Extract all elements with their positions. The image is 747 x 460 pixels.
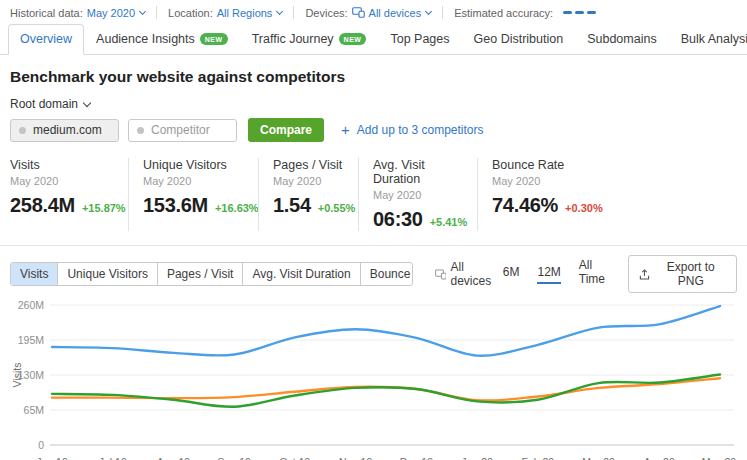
filter-bar: Historical data: May 2020 Location: All … [0,0,747,23]
devices-icon [352,7,365,18]
metric-value: 258.4M [10,194,75,217]
metric-value: 153.6M [143,194,208,217]
chart-toolbar: Visits Unique Visitors Pages / Visit Avg… [10,255,737,293]
svg-text:65M: 65M [24,404,44,416]
location-label: Location: [168,7,213,19]
chevron-down-icon [425,8,432,15]
svg-text:Feb 20: Feb 20 [521,456,554,460]
new-badge: NEW [200,33,228,45]
range-12m[interactable]: 12M [537,265,560,284]
svg-text:Visits: Visits [11,363,23,388]
domain-input[interactable]: medium.com [10,119,119,142]
metric-segmented-control: Visits Unique Visitors Pages / Visit Avg… [10,262,413,286]
tab-subdomains[interactable]: Subdomains [575,24,669,55]
competitor-input[interactable]: Competitor [128,119,237,142]
bullet-icon [19,127,26,134]
devices-icon [435,269,447,280]
bullet-icon [137,127,144,134]
compare-button[interactable]: Compare [248,118,324,142]
svg-text:195M: 195M [18,334,44,346]
metric-bounce-rate: Bounce Rate May 2020 74.46%+0.30% [477,158,617,231]
metric-visits: Visits May 2020 258.4M+15.87% [10,158,128,231]
chevron-down-icon [276,8,283,15]
svg-text:Apr 20: Apr 20 [644,456,675,460]
divider [156,6,157,19]
chevron-down-icon [83,98,91,106]
metric-avg-visit-duration: Avg. Visit Duration May 2020 06:30+5.41% [358,158,477,231]
metric-value: 06:30 [373,208,423,231]
segment-visits[interactable]: Visits [11,263,57,285]
metric-delta: +0.30% [565,202,603,214]
segment-bounce-rate[interactable]: Bounce Rate [360,263,413,285]
page-title: Benchmark your website against competito… [10,68,737,86]
metric-delta: +15.87% [82,202,126,214]
metric-delta: +0.55% [318,202,356,214]
svg-text:Mar 20: Mar 20 [582,456,615,460]
export-png-button[interactable]: Export to PNG [628,255,737,293]
tab-overview[interactable]: Overview [8,24,84,55]
svg-text:Jul 19: Jul 19 [99,456,127,460]
tab-traffic-journey[interactable]: Traffic JourneyNEW [240,24,379,55]
visits-chart: 065M130M195M260MVisitsJun 19Jul 19Aug 19… [10,297,737,460]
metric-value: 74.46% [492,194,558,217]
section-divider [0,245,747,246]
segment-avg-visit-duration[interactable]: Avg. Visit Duration [242,263,359,285]
segment-unique-visitors[interactable]: Unique Visitors [57,263,156,285]
svg-text:Oct 19: Oct 19 [279,456,310,460]
svg-text:Sep 19: Sep 19 [218,456,251,460]
export-icon [639,268,650,281]
root-domain-dropdown[interactable]: Root domain [10,97,90,111]
divider [293,6,294,19]
chart-svg: 065M130M195M260MVisitsJun 19Jul 19Aug 19… [10,297,737,460]
historical-data-dropdown[interactable]: May 2020 [87,7,145,19]
add-competitors-link[interactable]: + Add up to 3 competitors [341,123,484,137]
range-6m[interactable]: 6M [503,265,520,284]
plus-icon: + [341,122,350,137]
tab-top-pages[interactable]: Top Pages [378,24,461,55]
tab-bulk-analysis[interactable]: Bulk Analysis [669,24,747,55]
metric-summary-row: Visits May 2020 258.4M+15.87% Unique Vis… [10,158,737,231]
series-line-all-devices [52,306,720,356]
metric-delta: +16.63% [215,202,259,214]
tab-audience-insights[interactable]: Audience InsightsNEW [84,24,240,55]
svg-text:May 20: May 20 [702,456,737,460]
metric-unique-visitors: Unique Visitors May 2020 153.6M+16.63% [128,158,258,231]
tab-geo-distribution[interactable]: Geo Distribution [462,24,576,55]
range-all-time[interactable]: All Time [579,258,612,291]
svg-text:Jan 20: Jan 20 [461,456,493,460]
location-dropdown[interactable]: All Regions [217,7,283,19]
svg-text:Jun 19: Jun 19 [36,456,68,460]
nav-tabbar: Overview Audience InsightsNEW Traffic Jo… [0,24,747,55]
svg-text:0: 0 [38,439,44,451]
main-content: Benchmark your website against competito… [0,68,747,460]
device-filter[interactable]: All devices [435,260,503,288]
devices-dropdown[interactable]: All devices [352,7,432,19]
metric-delta: +5.41% [430,216,468,228]
accuracy-meter-icon [563,11,596,15]
series-line-desktop [52,374,720,406]
chevron-down-icon [139,8,146,15]
svg-text:260M: 260M [18,299,44,311]
compare-form: medium.com Competitor Compare + Add up t… [10,118,737,142]
devices-label: Devices: [305,7,347,19]
range-selector: 6M 12M All Time [503,258,612,291]
new-badge: NEW [339,33,367,45]
svg-text:Aug 19: Aug 19 [157,456,190,460]
metric-value: 1.54 [273,194,311,217]
historical-data-label: Historical data: [10,7,83,19]
metric-pages-per-visit: Pages / Visit May 2020 1.54+0.55% [258,158,358,231]
svg-text:Nov 19: Nov 19 [339,456,372,460]
svg-text:Dec 19: Dec 19 [400,456,433,460]
accuracy-label: Estimated accuracy: [454,7,553,19]
segment-pages-per-visit[interactable]: Pages / Visit [157,263,242,285]
divider [442,6,443,19]
